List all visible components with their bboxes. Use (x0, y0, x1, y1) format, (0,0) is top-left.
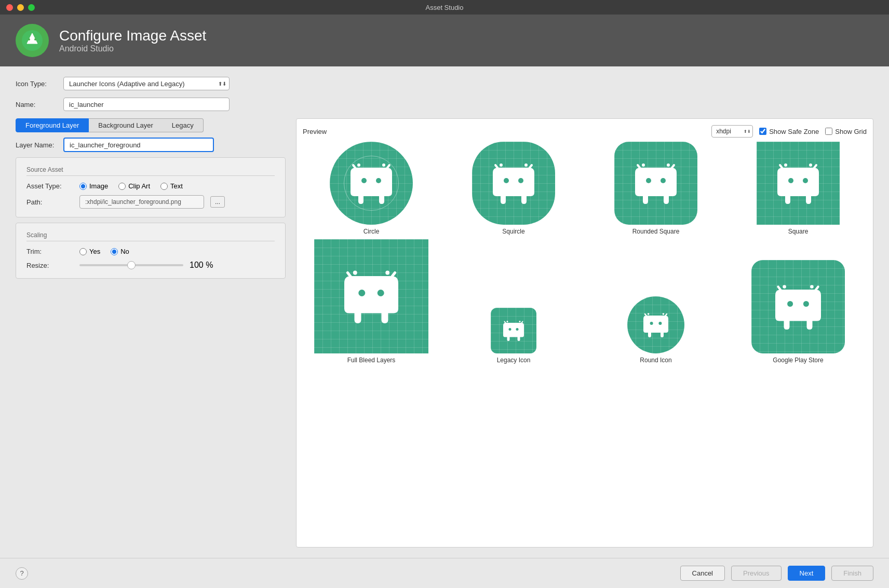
radio-image[interactable]: Image (79, 182, 108, 190)
layer-tabs[interactable]: Foreground Layer Background Layer Legacy (16, 118, 286, 132)
radio-clipart-input[interactable] (118, 183, 126, 190)
source-asset-section: Source Asset Asset Type: Image Clip Art (16, 157, 286, 217)
android-robot-round (640, 312, 671, 338)
show-safe-zone-checkbox[interactable]: Show Safe Zone (759, 128, 819, 135)
minimize-button[interactable] (17, 4, 24, 11)
show-grid-label: Show Grid (835, 128, 867, 135)
svg-point-37 (509, 328, 511, 331)
circle-label: Circle (363, 228, 380, 235)
show-grid-input[interactable] (825, 128, 832, 135)
radio-image-input[interactable] (79, 183, 87, 190)
radio-text-input[interactable] (160, 183, 168, 190)
browse-button[interactable]: ... (210, 196, 225, 208)
radio-text[interactable]: Text (160, 182, 183, 190)
svg-point-31 (358, 290, 365, 296)
svg-point-32 (378, 290, 384, 296)
preview-header: Preview xhdpi mdpi hdpi xxhdpi xxxhdpi ⬆… (303, 125, 867, 138)
svg-point-48 (810, 285, 814, 289)
svg-point-29 (353, 271, 357, 275)
footer: ? Cancel Previous Next Finish (0, 558, 889, 588)
layer-name-row: Layer Name: (16, 138, 286, 152)
android-robot-playstore (770, 283, 827, 330)
svg-point-12 (524, 163, 528, 167)
resize-slider[interactable] (79, 264, 183, 266)
app-header: Configure Image Asset Android Studio (0, 15, 889, 66)
preview-fullbleed: Full Bleed Layers (303, 239, 440, 364)
icon-type-row: Icon Type: Launcher Icons (Adaptive and … (16, 77, 873, 90)
tab-background[interactable]: Background Layer (89, 118, 163, 132)
squircle-icon-preview (472, 142, 555, 225)
android-robot-fullbleed (338, 268, 405, 325)
svg-point-24 (809, 163, 812, 167)
round-label: Round Icon (640, 357, 671, 364)
help-button[interactable]: ? (16, 567, 28, 580)
two-col-layout: Foreground Layer Background Layer Legacy… (16, 118, 873, 548)
android-robot-circle (345, 162, 397, 204)
preview-rounded-square: Rounded Square (587, 142, 724, 235)
resize-value: 100 % (190, 261, 213, 270)
resize-label: Resize: (26, 262, 73, 269)
scaling-title: Scaling (26, 231, 275, 241)
next-button[interactable]: Next (788, 566, 826, 581)
name-input[interactable] (63, 98, 230, 111)
icon-type-select-wrapper: Launcher Icons (Adaptive and Legacy) Act… (63, 77, 230, 90)
svg-point-47 (783, 285, 786, 289)
icon-type-label: Icon Type: (16, 80, 57, 88)
footer-right: Cancel Previous Next Finish (680, 566, 873, 581)
legacy-label: Legacy Icon (497, 357, 531, 364)
close-button[interactable] (6, 4, 13, 11)
svg-point-18 (667, 163, 670, 167)
fullbleed-label: Full Bleed Layers (347, 357, 396, 364)
android-robot-legacy (501, 320, 527, 341)
window-controls[interactable] (6, 4, 35, 11)
radio-image-label: Image (89, 182, 108, 190)
right-panel: Preview xhdpi mdpi hdpi xxhdpi xxxhdpi ⬆… (296, 118, 873, 548)
svg-point-25 (788, 178, 793, 183)
resize-row: Resize: 100 % (26, 261, 275, 270)
svg-point-6 (382, 163, 385, 167)
svg-point-49 (787, 301, 793, 307)
left-panel: Foreground Layer Background Layer Legacy… (16, 118, 286, 548)
tab-foreground[interactable]: Foreground Layer (16, 118, 89, 132)
preview-top-grid: Circle (303, 142, 867, 235)
radio-trim-yes-input[interactable] (79, 248, 87, 255)
app-title-group: Configure Image Asset Android Studio (59, 28, 206, 53)
trim-radios: Yes No (79, 248, 129, 255)
layer-name-label: Layer Name: (16, 141, 57, 149)
svg-point-14 (518, 178, 523, 183)
radio-trim-no-input[interactable] (111, 248, 118, 255)
icon-type-select[interactable]: Launcher Icons (Adaptive and Legacy) Act… (63, 77, 230, 90)
previous-button[interactable]: Previous (731, 566, 782, 581)
scaling-section: Scaling Trim: Yes No (16, 223, 286, 279)
show-grid-checkbox[interactable]: Show Grid (825, 128, 867, 135)
cancel-button[interactable]: Cancel (680, 566, 725, 581)
svg-point-19 (646, 178, 651, 183)
path-input[interactable] (79, 195, 204, 209)
preview-legacy: Legacy Icon (445, 308, 582, 364)
fullbleed-icon-preview (314, 239, 428, 353)
android-robot-square (772, 162, 824, 204)
svg-point-23 (784, 163, 787, 167)
asset-type-label: Asset Type: (26, 182, 73, 190)
path-label: Path: (26, 198, 73, 206)
svg-point-35 (507, 321, 508, 322)
radio-clipart[interactable]: Clip Art (118, 182, 150, 190)
maximize-button[interactable] (28, 4, 35, 11)
preview-squircle: Squircle (445, 142, 582, 235)
rounded-square-icon-preview (614, 142, 697, 225)
tab-legacy[interactable]: Legacy (163, 118, 204, 132)
svg-point-30 (385, 271, 389, 275)
svg-point-50 (803, 301, 809, 307)
show-safe-zone-label: Show Safe Zone (769, 128, 819, 135)
dpi-select[interactable]: xhdpi mdpi hdpi xxhdpi xxxhdpi (711, 125, 753, 138)
svg-point-17 (642, 163, 645, 167)
finish-button[interactable]: Finish (831, 566, 873, 581)
radio-trim-no[interactable]: No (111, 248, 129, 255)
show-safe-zone-input[interactable] (759, 128, 766, 135)
window-title: Asset Studio (426, 4, 464, 11)
layer-name-input[interactable] (63, 138, 214, 152)
svg-point-44 (658, 322, 662, 325)
radio-trim-yes[interactable]: Yes (79, 248, 100, 255)
radio-text-label: Text (170, 182, 183, 190)
svg-point-26 (803, 178, 808, 183)
